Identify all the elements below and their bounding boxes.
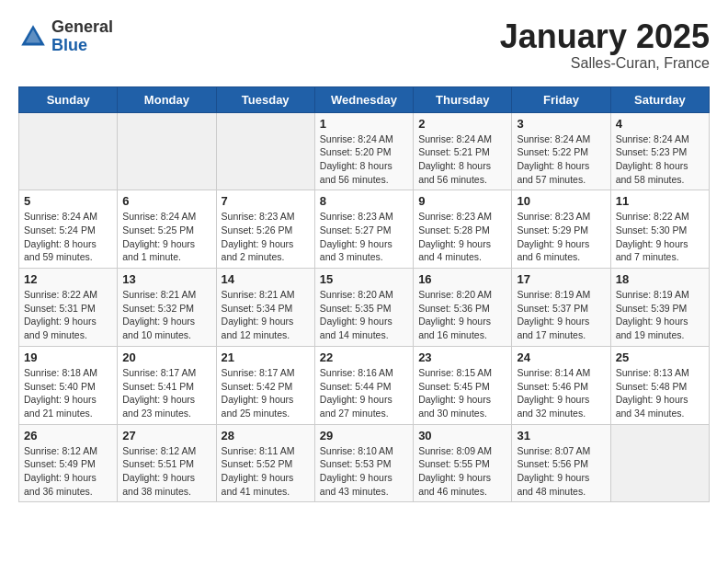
table-row: 18Sunrise: 8:19 AM Sunset: 5:39 PM Dayli… bbox=[610, 269, 709, 347]
calendar-week-row: 1Sunrise: 8:24 AM Sunset: 5:20 PM Daylig… bbox=[19, 112, 710, 190]
table-row: 21Sunrise: 8:17 AM Sunset: 5:42 PM Dayli… bbox=[216, 346, 314, 424]
table-row: 6Sunrise: 8:24 AM Sunset: 5:25 PM Daylig… bbox=[118, 190, 216, 269]
calendar-week-row: 12Sunrise: 8:22 AM Sunset: 5:31 PM Dayli… bbox=[19, 269, 710, 347]
day-info: Sunrise: 8:10 AM Sunset: 5:53 PM Dayligh… bbox=[320, 444, 408, 499]
day-info: Sunrise: 8:24 AM Sunset: 5:21 PM Dayligh… bbox=[418, 132, 506, 187]
table-row: 16Sunrise: 8:20 AM Sunset: 5:36 PM Dayli… bbox=[414, 269, 512, 347]
table-row: 2Sunrise: 8:24 AM Sunset: 5:21 PM Daylig… bbox=[414, 112, 512, 190]
day-info: Sunrise: 8:23 AM Sunset: 5:26 PM Dayligh… bbox=[222, 210, 310, 264]
table-row: 7Sunrise: 8:23 AM Sunset: 5:26 PM Daylig… bbox=[216, 190, 314, 269]
logo-general-text: General bbox=[51, 18, 113, 37]
day-number: 10 bbox=[517, 194, 605, 208]
table-row: 26Sunrise: 8:12 AM Sunset: 5:49 PM Dayli… bbox=[19, 424, 118, 502]
table-row bbox=[610, 424, 709, 502]
table-row: 5Sunrise: 8:24 AM Sunset: 5:24 PM Daylig… bbox=[19, 190, 118, 269]
day-number: 1 bbox=[320, 117, 408, 131]
day-info: Sunrise: 8:17 AM Sunset: 5:42 PM Dayligh… bbox=[222, 366, 310, 420]
day-info: Sunrise: 8:24 AM Sunset: 5:23 PM Dayligh… bbox=[616, 132, 704, 187]
table-row: 8Sunrise: 8:23 AM Sunset: 5:27 PM Daylig… bbox=[314, 190, 413, 269]
table-row bbox=[118, 112, 216, 190]
table-row: 17Sunrise: 8:19 AM Sunset: 5:37 PM Dayli… bbox=[512, 269, 610, 347]
day-number: 14 bbox=[222, 272, 310, 286]
day-number: 2 bbox=[418, 117, 506, 131]
day-number: 19 bbox=[24, 350, 112, 364]
title-block: January 2025 Salles-Curan, France bbox=[500, 18, 710, 72]
table-row: 14Sunrise: 8:21 AM Sunset: 5:34 PM Dayli… bbox=[216, 269, 314, 347]
day-info: Sunrise: 8:20 AM Sunset: 5:35 PM Dayligh… bbox=[320, 288, 408, 342]
day-info: Sunrise: 8:24 AM Sunset: 5:25 PM Dayligh… bbox=[122, 210, 210, 264]
day-number: 3 bbox=[517, 117, 605, 131]
day-info: Sunrise: 8:14 AM Sunset: 5:46 PM Dayligh… bbox=[517, 366, 605, 420]
day-number: 6 bbox=[122, 194, 210, 208]
logo-blue-text: Blue bbox=[51, 37, 113, 55]
day-info: Sunrise: 8:19 AM Sunset: 5:37 PM Dayligh… bbox=[517, 288, 605, 342]
day-number: 26 bbox=[24, 429, 112, 442]
day-info: Sunrise: 8:13 AM Sunset: 5:48 PM Dayligh… bbox=[616, 366, 704, 420]
calendar-subtitle: Salles-Curan, France bbox=[500, 55, 710, 72]
table-row: 20Sunrise: 8:17 AM Sunset: 5:41 PM Dayli… bbox=[118, 346, 216, 424]
day-info: Sunrise: 8:21 AM Sunset: 5:32 PM Dayligh… bbox=[122, 288, 210, 342]
day-number: 17 bbox=[517, 272, 605, 286]
day-info: Sunrise: 8:16 AM Sunset: 5:44 PM Dayligh… bbox=[320, 366, 408, 420]
table-row: 9Sunrise: 8:23 AM Sunset: 5:28 PM Daylig… bbox=[414, 190, 512, 269]
table-row: 27Sunrise: 8:12 AM Sunset: 5:51 PM Dayli… bbox=[118, 424, 216, 502]
page-header: General Blue January 2025 Salles-Curan, … bbox=[18, 18, 710, 72]
day-number: 11 bbox=[616, 194, 704, 208]
table-row: 25Sunrise: 8:13 AM Sunset: 5:48 PM Dayli… bbox=[610, 346, 709, 424]
table-row: 3Sunrise: 8:24 AM Sunset: 5:22 PM Daylig… bbox=[512, 112, 610, 190]
table-row bbox=[19, 112, 118, 190]
day-info: Sunrise: 8:24 AM Sunset: 5:24 PM Dayligh… bbox=[24, 210, 112, 264]
header-sunday: Sunday bbox=[19, 86, 118, 112]
table-row: 31Sunrise: 8:07 AM Sunset: 5:56 PM Dayli… bbox=[512, 424, 610, 502]
header-monday: Monday bbox=[118, 86, 216, 112]
header-wednesday: Wednesday bbox=[314, 86, 413, 112]
table-row: 24Sunrise: 8:14 AM Sunset: 5:46 PM Dayli… bbox=[512, 346, 610, 424]
day-number: 22 bbox=[320, 350, 408, 364]
table-row bbox=[216, 112, 314, 190]
day-number: 25 bbox=[616, 350, 704, 364]
table-row: 29Sunrise: 8:10 AM Sunset: 5:53 PM Dayli… bbox=[314, 424, 413, 502]
day-info: Sunrise: 8:23 AM Sunset: 5:28 PM Dayligh… bbox=[418, 210, 506, 264]
day-info: Sunrise: 8:23 AM Sunset: 5:29 PM Dayligh… bbox=[517, 210, 605, 264]
day-number: 21 bbox=[222, 350, 310, 364]
day-number: 28 bbox=[222, 429, 310, 442]
table-row: 1Sunrise: 8:24 AM Sunset: 5:20 PM Daylig… bbox=[314, 112, 413, 190]
header-friday: Friday bbox=[512, 86, 610, 112]
table-row: 30Sunrise: 8:09 AM Sunset: 5:55 PM Dayli… bbox=[414, 424, 512, 502]
day-number: 30 bbox=[418, 429, 506, 442]
table-row: 23Sunrise: 8:15 AM Sunset: 5:45 PM Dayli… bbox=[414, 346, 512, 424]
logo-icon bbox=[18, 22, 48, 52]
day-number: 4 bbox=[616, 117, 704, 131]
logo: General Blue bbox=[18, 18, 113, 55]
day-info: Sunrise: 8:12 AM Sunset: 5:51 PM Dayligh… bbox=[122, 444, 210, 499]
header-thursday: Thursday bbox=[414, 86, 512, 112]
weekday-header-row: Sunday Monday Tuesday Wednesday Thursday… bbox=[19, 86, 710, 112]
header-saturday: Saturday bbox=[610, 86, 709, 112]
day-info: Sunrise: 8:11 AM Sunset: 5:52 PM Dayligh… bbox=[222, 444, 310, 499]
day-info: Sunrise: 8:12 AM Sunset: 5:49 PM Dayligh… bbox=[24, 444, 112, 499]
day-number: 5 bbox=[24, 194, 112, 208]
table-row: 15Sunrise: 8:20 AM Sunset: 5:35 PM Dayli… bbox=[314, 269, 413, 347]
day-info: Sunrise: 8:20 AM Sunset: 5:36 PM Dayligh… bbox=[418, 288, 506, 342]
day-number: 31 bbox=[517, 429, 605, 442]
table-row: 13Sunrise: 8:21 AM Sunset: 5:32 PM Dayli… bbox=[118, 269, 216, 347]
day-number: 15 bbox=[320, 272, 408, 286]
table-row: 11Sunrise: 8:22 AM Sunset: 5:30 PM Dayli… bbox=[610, 190, 709, 269]
day-number: 18 bbox=[616, 272, 704, 286]
table-row: 19Sunrise: 8:18 AM Sunset: 5:40 PM Dayli… bbox=[19, 346, 118, 424]
table-row: 12Sunrise: 8:22 AM Sunset: 5:31 PM Dayli… bbox=[19, 269, 118, 347]
day-number: 23 bbox=[418, 350, 506, 364]
day-info: Sunrise: 8:24 AM Sunset: 5:22 PM Dayligh… bbox=[517, 132, 605, 187]
day-info: Sunrise: 8:21 AM Sunset: 5:34 PM Dayligh… bbox=[222, 288, 310, 342]
calendar-title: January 2025 bbox=[500, 18, 710, 55]
day-number: 24 bbox=[517, 350, 605, 364]
day-info: Sunrise: 8:19 AM Sunset: 5:39 PM Dayligh… bbox=[616, 288, 704, 342]
day-number: 12 bbox=[24, 272, 112, 286]
day-number: 27 bbox=[122, 429, 210, 442]
day-number: 7 bbox=[222, 194, 310, 208]
day-info: Sunrise: 8:18 AM Sunset: 5:40 PM Dayligh… bbox=[24, 366, 112, 420]
day-info: Sunrise: 8:22 AM Sunset: 5:31 PM Dayligh… bbox=[24, 288, 112, 342]
day-info: Sunrise: 8:07 AM Sunset: 5:56 PM Dayligh… bbox=[517, 444, 605, 499]
day-number: 8 bbox=[320, 194, 408, 208]
day-info: Sunrise: 8:09 AM Sunset: 5:55 PM Dayligh… bbox=[418, 444, 506, 499]
